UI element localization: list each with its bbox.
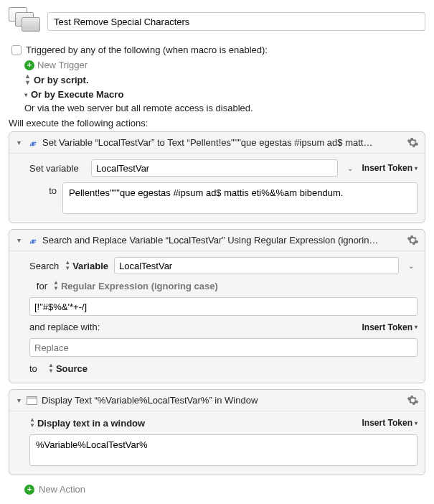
macro-title-input[interactable] <box>47 12 425 31</box>
new-action-label[interactable]: New Action <box>39 484 85 495</box>
action-title: Set Variable “LocalTestVar” to Text “Pel… <box>42 137 402 148</box>
variable-name-input[interactable] <box>91 159 338 177</box>
updown-icon[interactable]: ▲▼ <box>24 73 31 86</box>
display-mode-selector[interactable]: ▲▼ Display text in a window <box>29 417 145 429</box>
search-pattern-input[interactable] <box>29 297 418 316</box>
insert-token-button[interactable]: Insert Token▾ <box>362 163 418 173</box>
variable-x-icon: 𝓍 <box>27 234 38 246</box>
output-destination-selector[interactable]: ▲▼ Source <box>48 363 88 374</box>
disclosure-toggle[interactable]: ▾ <box>15 396 22 404</box>
or-by-execute-macro-label[interactable]: Or by Execute Macro <box>31 89 123 100</box>
variable-dropdown[interactable]: ⌄ <box>344 164 357 172</box>
to-label: to <box>29 363 42 374</box>
action-set-variable[interactable]: ▾ 𝓍 Set Variable “LocalTestVar” to Text … <box>9 131 425 223</box>
window-icon <box>27 396 37 405</box>
gear-icon[interactable] <box>407 234 419 246</box>
trigger-enabled-checkbox[interactable] <box>11 45 22 55</box>
to-label: to <box>29 182 57 196</box>
set-variable-label: Set variable <box>29 163 85 174</box>
variable-x-icon: 𝓍 <box>27 136 38 149</box>
variable-value-textarea[interactable] <box>62 182 418 214</box>
chevron-down-icon[interactable]: ▾ <box>24 91 28 98</box>
search-variable-dropdown[interactable]: ⌄ <box>405 262 418 270</box>
disclosure-toggle[interactable]: ▾ <box>15 139 22 146</box>
action-display-text[interactable]: ▾ Display Text “%Variable%LocalTestVar%”… <box>9 389 425 475</box>
match-type-selector[interactable]: ▲▼ Regular Expression (ignoring case) <box>53 280 218 291</box>
add-action-button[interactable]: + <box>24 485 34 495</box>
new-trigger-label[interactable]: New Trigger <box>37 60 88 70</box>
gear-icon[interactable] <box>407 136 419 149</box>
display-text-textarea[interactable] <box>29 434 418 466</box>
action-search-replace[interactable]: ▾ 𝓍 Search and Replace Variable “LocalTe… <box>9 229 425 383</box>
gear-icon[interactable] <box>407 394 419 406</box>
for-label: for <box>29 281 47 291</box>
disclosure-toggle[interactable]: ▾ <box>15 236 22 244</box>
trigger-header-label: Triggered by any of the following (when … <box>26 45 268 55</box>
insert-token-button[interactable]: Insert Token▾ <box>362 418 418 428</box>
action-title: Search and Replace Variable “LocalTestVa… <box>42 235 402 246</box>
add-trigger-button[interactable]: + <box>24 60 34 70</box>
replace-with-label: and replace with: <box>29 322 100 332</box>
or-by-script-label[interactable]: Or by script. <box>34 75 89 85</box>
action-title: Display Text “%Variable%LocalTestVar%” i… <box>42 395 402 406</box>
search-label: Search <box>29 261 59 271</box>
search-variable-input[interactable] <box>114 257 399 274</box>
macro-icon <box>9 7 42 36</box>
search-source-selector[interactable]: ▲▼ Variable <box>65 260 108 271</box>
or-web-server-label: Or via the web server but all remote acc… <box>24 103 253 113</box>
replace-input[interactable] <box>29 338 418 357</box>
insert-token-button[interactable]: Insert Token▾ <box>362 322 418 332</box>
execute-actions-label: Will execute the following actions: <box>9 118 425 129</box>
